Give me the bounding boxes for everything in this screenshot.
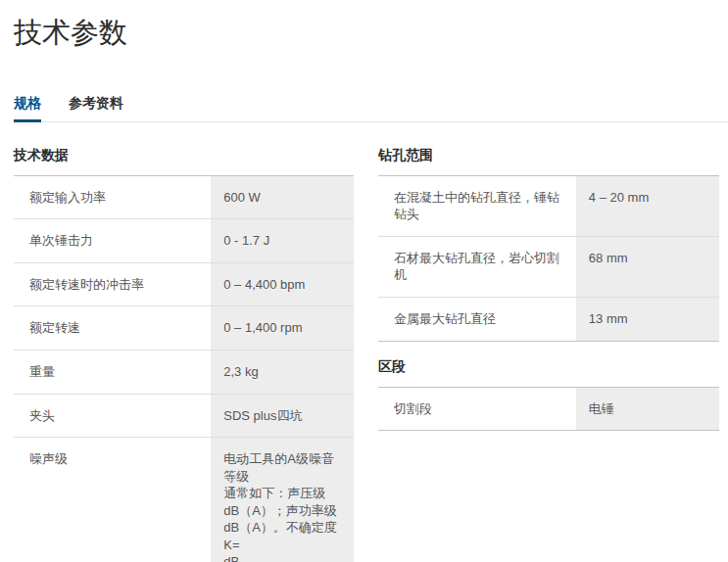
spec-value: 0 - 1.7 J bbox=[211, 219, 354, 262]
table-row: 额定转速时的冲击率 0 – 4,400 bpm bbox=[14, 262, 354, 306]
spec-label: 金属最大钻孔直径 bbox=[378, 298, 576, 341]
spec-value: 13 mm bbox=[576, 298, 719, 341]
tab-specifications-label: 规格 bbox=[14, 95, 41, 111]
segment-table: 切割段 电锤 bbox=[378, 387, 719, 432]
spec-value: 68 mm bbox=[576, 237, 719, 297]
table-row: 额定转速 0 – 1,400 rpm bbox=[14, 305, 354, 350]
spec-label: 额定输入功率 bbox=[14, 176, 211, 219]
page-title: 技术参数 bbox=[14, 16, 728, 50]
spec-label: 切割段 bbox=[378, 388, 576, 431]
table-row: 切割段 电锤 bbox=[378, 388, 719, 431]
table-row: 金属最大钻孔直径 13 mm bbox=[378, 297, 719, 341]
tab-reference-materials[interactable]: 参考资料 bbox=[69, 95, 123, 122]
left-column: 技术数据 额定输入功率 600 W 单次锤击力 0 - 1.7 J 额定转速时的… bbox=[14, 122, 354, 562]
table-row: 噪声级 电动工具的A级噪音等级 通常如下：声压级 dB（A）；声功率级 dB（A… bbox=[14, 437, 354, 562]
right-column: 钻孔范围 在混凝土中的钻孔直径，锤钻钻头 4 – 20 mm 石材最大钻孔直径，… bbox=[378, 122, 719, 562]
technical-data-page: 技术参数 规格 参考资料 技术数据 额定输入功率 600 W 单次锤击力 0 -… bbox=[0, 0, 728, 562]
section-title-segment: 区段 bbox=[378, 358, 719, 376]
section-title-tech-data: 技术数据 bbox=[14, 147, 354, 164]
spec-label: 夹头 bbox=[14, 395, 211, 438]
spec-label: 石材最大钻孔直径，岩心切割机 bbox=[378, 237, 576, 297]
spec-label: 噪声级 bbox=[14, 438, 211, 562]
table-row: 石材最大钻孔直径，岩心切割机 68 mm bbox=[378, 236, 719, 297]
spec-value: 电锤 bbox=[576, 388, 719, 431]
spec-value: 0 – 1,400 rpm bbox=[211, 306, 354, 350]
section-title-drilling-range: 钻孔范围 bbox=[378, 147, 719, 164]
spec-value: 2,3 kg bbox=[211, 351, 354, 394]
spec-label: 单次锤击力 bbox=[14, 219, 211, 262]
spec-label: 重量 bbox=[14, 351, 211, 394]
table-row: 在混凝土中的钻孔直径，锤钻钻头 4 – 20 mm bbox=[378, 176, 719, 236]
drilling-range-table: 在混凝土中的钻孔直径，锤钻钻头 4 – 20 mm 石材最大钻孔直径，岩心切割机… bbox=[378, 175, 719, 342]
spec-columns: 技术数据 额定输入功率 600 W 单次锤击力 0 - 1.7 J 额定转速时的… bbox=[14, 122, 728, 562]
tab-specifications[interactable]: 规格 bbox=[14, 95, 41, 122]
tab-bar: 规格 参考资料 bbox=[14, 95, 728, 122]
table-row: 重量 2,3 kg bbox=[14, 350, 354, 394]
spec-label: 额定转速 bbox=[14, 306, 211, 350]
spec-value: 0 – 4,400 bpm bbox=[211, 263, 354, 306]
tech-data-table: 额定输入功率 600 W 单次锤击力 0 - 1.7 J 额定转速时的冲击率 0… bbox=[14, 175, 354, 562]
spec-value: SDS plus四坑 bbox=[211, 395, 354, 438]
spec-value: 电动工具的A级噪音等级 通常如下：声压级 dB（A）；声功率级 dB（A）。不确… bbox=[211, 438, 354, 562]
table-row: 单次锤击力 0 - 1.7 J bbox=[14, 218, 354, 262]
spec-label: 额定转速时的冲击率 bbox=[14, 263, 211, 306]
spec-label: 在混凝土中的钻孔直径，锤钻钻头 bbox=[378, 176, 576, 236]
spec-value: 4 – 20 mm bbox=[576, 176, 719, 236]
table-row: 额定输入功率 600 W bbox=[14, 176, 354, 219]
table-row: 夹头 SDS plus四坑 bbox=[14, 394, 354, 438]
spec-value: 600 W bbox=[211, 176, 354, 219]
tab-reference-materials-label: 参考资料 bbox=[69, 95, 123, 111]
